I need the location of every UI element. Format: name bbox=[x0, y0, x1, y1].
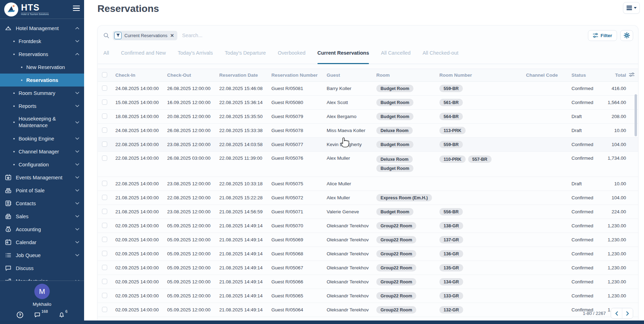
reservation-row-guest-r-05064[interactable]: 02.09.2025 14:00:0005.09.2025 12:00:0021… bbox=[98, 303, 638, 317]
tab-all-checked-out[interactable]: All Checked-out bbox=[423, 42, 458, 64]
row-checkbox-cell bbox=[98, 82, 114, 96]
row-checkbox[interactable] bbox=[102, 209, 107, 214]
column-header-channel-code[interactable]: Channel Code bbox=[525, 69, 570, 82]
sidebar-item-room-summary[interactable]: Room Summary bbox=[0, 87, 84, 99]
settings-gear-button[interactable] bbox=[620, 30, 633, 41]
row-checkbox[interactable] bbox=[102, 85, 107, 91]
row-checkbox[interactable] bbox=[102, 127, 107, 133]
room-number-cell: 132-GR bbox=[438, 303, 525, 317]
reservation-number-cell: Guest R/05075 bbox=[270, 177, 326, 191]
sidebar-item-channel-manager[interactable]: Channel Manager bbox=[0, 145, 84, 158]
row-checkbox[interactable] bbox=[102, 265, 107, 270]
select-all-checkbox[interactable] bbox=[102, 72, 107, 77]
room-cell: Group22 Room bbox=[375, 247, 438, 261]
sidebar-item-reservations[interactable]: Reservations bbox=[0, 48, 84, 61]
reservation-row-guest-r-05067[interactable]: 02.09.2025 14:00:0005.09.2025 12:00:0021… bbox=[98, 261, 638, 275]
reservation-row-guest-r-05065[interactable]: 02.09.2025 14:00:0005.09.2025 12:00:0021… bbox=[98, 289, 638, 303]
column-header-room[interactable]: Room bbox=[375, 69, 438, 82]
channel-code-cell bbox=[525, 82, 570, 96]
column-header-room-number[interactable]: Room Number bbox=[438, 69, 525, 82]
row-checkbox[interactable] bbox=[102, 293, 107, 298]
sidebar-item-reports[interactable]: Reports bbox=[0, 99, 84, 112]
tab-overbooked[interactable]: Overbooked bbox=[278, 42, 306, 64]
sidebar-item-housekeeping-maintenance[interactable]: Housekeeping & Maintenance bbox=[0, 112, 84, 132]
reservation-row-guest-r-05079[interactable]: 18.08.2025 14:00:0020.08.2025 12:00:0022… bbox=[98, 110, 638, 124]
row-checkbox[interactable] bbox=[102, 251, 107, 256]
column-header-total[interactable]: Total bbox=[605, 69, 627, 82]
sidebar-item-reservations[interactable]: Reservations bbox=[0, 74, 84, 87]
room-cell: Budget Room bbox=[375, 82, 438, 96]
chevron-left-icon bbox=[615, 311, 618, 316]
chip-close-icon[interactable]: ✕ bbox=[170, 33, 174, 38]
tab-all[interactable]: All bbox=[103, 42, 109, 64]
reservation-row-guest-r-05080[interactable]: 15.08.2025 14:00:0016.09.2025 12:00:0022… bbox=[98, 96, 638, 110]
tab-today-s-arrivals[interactable]: Today's Arrivals bbox=[178, 42, 213, 64]
tab-confirmed-and-new[interactable]: Confirmed and New bbox=[121, 42, 166, 64]
row-checkbox[interactable] bbox=[102, 195, 107, 200]
sidebar-item-configuration[interactable]: Configuration bbox=[0, 158, 84, 171]
row-checkbox[interactable] bbox=[102, 99, 107, 105]
caret-down-icon bbox=[634, 7, 637, 9]
row-checkbox[interactable] bbox=[102, 279, 107, 284]
notifications-bell-icon[interactable]: 6 bbox=[59, 311, 68, 318]
reservation-row-guest-r-05071[interactable]: 21.08.2025 14:00:0023.08.2025 12:00:0021… bbox=[98, 205, 638, 219]
sidebar-item-hotel-management[interactable]: Hotel Management bbox=[0, 22, 84, 35]
column-header-reservation-date[interactable]: Reservation Date bbox=[218, 69, 270, 82]
search-input[interactable] bbox=[182, 33, 588, 38]
sidebar-item-contacts[interactable]: Contacts bbox=[0, 197, 84, 210]
column-header-reservation-number[interactable]: Reservation Number bbox=[270, 69, 326, 82]
tab-all-cancelled[interactable]: All Cancelled bbox=[381, 42, 411, 64]
sidebar-toggle-hamburger-icon[interactable] bbox=[73, 6, 80, 11]
pagination-prev-button[interactable] bbox=[611, 308, 622, 318]
sidebar-item-new-reservation[interactable]: New Reservation bbox=[0, 61, 84, 74]
sidebar-item-point-of-sale[interactable]: Point of Sale bbox=[0, 184, 84, 197]
help-icon[interactable]: ? bbox=[16, 311, 23, 318]
reservation-row-guest-r-05078[interactable]: 24.08.2025 14:00:0026.08.2025 12:00:0022… bbox=[98, 124, 638, 138]
filter-button[interactable]: Filter bbox=[588, 30, 617, 41]
messages-icon[interactable]: 168 bbox=[34, 311, 48, 318]
sidebar-item-discuss[interactable]: Discuss bbox=[0, 262, 84, 275]
reservation-number-cell: Guest R/05072 bbox=[270, 191, 326, 205]
pagination-next-button[interactable] bbox=[622, 308, 633, 318]
reservation-row-guest-r-05070[interactable]: 02.09.2025 14:00:0005.09.2025 12:00:0021… bbox=[98, 219, 638, 233]
sidebar-item-calendar[interactable]: Calendar bbox=[0, 236, 84, 249]
status-cell: Draft bbox=[570, 124, 605, 138]
reservation-row-guest-r-05075[interactable]: 22.08.2025 14:00:0023.08.2025 12:00:0022… bbox=[98, 177, 638, 191]
reservation-row-guest-r-05068[interactable]: 02.09.2025 14:00:0005.09.2025 12:00:0021… bbox=[98, 247, 638, 261]
sidebar-item-manufacturing[interactable]: Manufacturing bbox=[0, 275, 84, 281]
row-checkbox[interactable] bbox=[102, 142, 107, 147]
reservation-row-guest-r-05072[interactable]: 21.08.2025 14:00:0022.08.2025 12:00:0021… bbox=[98, 191, 638, 205]
reservation-row-guest-r-05077[interactable]: 22.08.2025 14:00:0023.08.2025 12:00:0022… bbox=[98, 138, 638, 152]
column-header-guest[interactable]: Guest bbox=[325, 69, 375, 82]
sidebar-item-job-queue[interactable]: Job Queue bbox=[0, 249, 84, 262]
table-scrollbar-thumb[interactable] bbox=[635, 94, 637, 136]
row-checkbox[interactable] bbox=[102, 156, 107, 161]
tab-current-reservations[interactable]: Current Reservations bbox=[317, 42, 369, 64]
sidebar-item-frontdesk[interactable]: Frontdesk bbox=[0, 35, 84, 48]
sidebar-item-events-management[interactable]: Events Management bbox=[0, 171, 84, 184]
sidebar-item-accounting[interactable]: $Accounting bbox=[0, 223, 84, 236]
reservation-row-guest-r-05069[interactable]: 02.09.2025 14:00:0005.09.2025 12:00:0021… bbox=[98, 233, 638, 247]
row-checkbox[interactable] bbox=[102, 181, 107, 186]
sidebar-item-booking-engine[interactable]: Booking Engine bbox=[0, 132, 84, 145]
column-header-status[interactable]: Status bbox=[570, 69, 605, 82]
column-settings-icon[interactable] bbox=[629, 72, 635, 77]
sidebar-item-sales[interactable]: Sales bbox=[0, 210, 84, 223]
column-header-check-in[interactable]: Check-In bbox=[114, 69, 166, 82]
row-checkbox[interactable] bbox=[102, 113, 107, 119]
avatar[interactable]: M bbox=[34, 284, 50, 299]
row-checkbox[interactable] bbox=[102, 237, 107, 242]
reservation-number-cell: Guest R/05070 bbox=[270, 219, 326, 233]
chevron-up-icon bbox=[75, 53, 79, 55]
layout-menu-button[interactable] bbox=[623, 2, 640, 14]
row-checkbox[interactable] bbox=[102, 307, 107, 312]
column-header-check-out[interactable]: Check-Out bbox=[166, 69, 218, 82]
reservation-row-guest-r-05081[interactable]: 24.08.2025 14:00:0026.08.2025 12:00:0022… bbox=[98, 82, 638, 96]
reservation-row-guest-r-05076[interactable]: 22.08.2025 14:00:0026.08.2025 03:00:0022… bbox=[98, 152, 638, 177]
brand-logo[interactable] bbox=[4, 2, 18, 16]
tab-today-s-departure[interactable]: Today's Departure bbox=[225, 42, 266, 64]
room-number-tag: 113-PRK bbox=[439, 127, 466, 134]
filter-chip-current-reservations[interactable]: Current Reservations ✕ bbox=[113, 31, 177, 40]
reservation-row-guest-r-05066[interactable]: 02.09.2025 14:00:0005.09.2025 12:00:0021… bbox=[98, 275, 638, 289]
row-checkbox[interactable] bbox=[102, 223, 107, 228]
